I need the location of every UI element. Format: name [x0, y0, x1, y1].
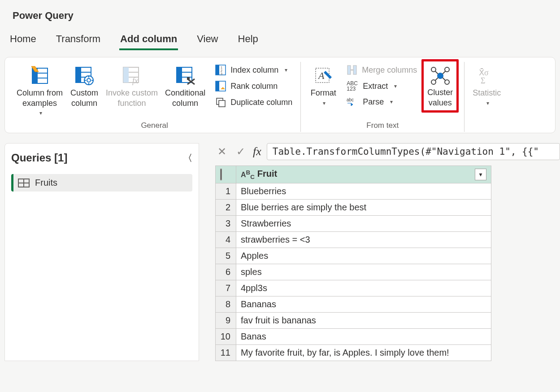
column-from-examples-button[interactable]: Column from examples ▾	[13, 62, 66, 119]
conditional-column-button[interactable]: Conditional column	[161, 62, 209, 111]
svg-line-51	[435, 78, 438, 81]
tab-help[interactable]: Help	[237, 30, 259, 50]
cell[interactable]: Bananas	[236, 296, 491, 313]
index-column-icon: 123	[215, 65, 226, 75]
from-text-small-buttons: Merge columns ABC123 Extract ▾ abc Parse…	[343, 62, 421, 109]
chevron-down-icon: ▾	[39, 110, 42, 117]
label: Merge columns	[362, 65, 417, 75]
row-number[interactable]: 8	[216, 296, 236, 313]
duplicate-column-icon	[215, 97, 226, 108]
app-title: Power Query	[0, 0, 560, 30]
statistics-button[interactable]: X̄σΣ Statistic ▾	[469, 62, 504, 109]
chevron-down-icon: ▾	[323, 100, 326, 107]
svg-line-49	[435, 71, 438, 74]
group-name-general: General	[13, 119, 296, 132]
row-number[interactable]: 3	[216, 216, 236, 232]
cell[interactable]: sples	[236, 264, 491, 280]
custom-column-button[interactable]: Custom column	[66, 62, 102, 111]
rank-column-button[interactable]: Rank column	[212, 78, 296, 94]
row-number[interactable]: 2	[216, 200, 236, 216]
merge-columns-icon	[347, 65, 357, 75]
group-name-from-text: From text	[305, 119, 460, 132]
svg-rect-21	[177, 67, 182, 83]
query-item-fruits[interactable]: Fruits	[11, 174, 192, 192]
svg-text:A: A	[317, 70, 325, 81]
collapse-queries-button[interactable]: 〈	[183, 152, 192, 164]
label: Conditional column	[165, 88, 205, 108]
general-small-buttons: 123 Index column ▾ Rank column Duplicate…	[212, 62, 296, 110]
cell[interactable]: My favorite fruit, by far, is Apples. I …	[236, 345, 491, 361]
tab-add-column[interactable]: Add column	[119, 30, 178, 50]
tab-view[interactable]: View	[196, 30, 219, 50]
svg-rect-33	[216, 81, 219, 91]
row-number[interactable]: 1	[216, 183, 236, 200]
workspace: Queries [1] 〈 Fruits ✕ ✓ fx Table.Transf…	[4, 143, 560, 361]
format-button[interactable]: A Format ▾	[305, 62, 341, 109]
svg-text:1: 1	[221, 66, 222, 69]
row-number[interactable]: 5	[216, 248, 236, 264]
table-icon	[220, 169, 222, 180]
data-grid: ABCFruit ▾ 1Blueberries 2Blue berries ar…	[215, 166, 491, 361]
svg-rect-41	[353, 65, 356, 74]
parse-button[interactable]: abc Parse ▾	[343, 94, 421, 109]
custom-column-icon	[74, 65, 95, 86]
ribbon-group-from-text: A Format ▾ Merge columns ABC123 Extract …	[301, 62, 464, 132]
duplicate-column-button[interactable]: Duplicate column	[212, 94, 296, 110]
label: Index column	[230, 65, 278, 75]
fx-icon: fx	[253, 145, 261, 158]
label: Statistic	[473, 88, 501, 98]
extract-button[interactable]: ABC123 Extract ▾	[343, 78, 421, 94]
cell[interactable]: Banas	[236, 329, 491, 345]
row-number[interactable]: 4	[216, 232, 236, 248]
column-header-fruit[interactable]: ABCFruit ▾	[236, 166, 491, 183]
extract-icon: ABC123	[347, 81, 358, 91]
label: Format	[311, 88, 336, 98]
main-pane: ✕ ✓ fx Table.TransformColumnTypes(#"Navi…	[199, 143, 560, 361]
ribbon: Column from examples ▾ Custom column fx …	[4, 57, 556, 133]
column-filter-button[interactable]: ▾	[475, 169, 486, 180]
label: Column from examples	[17, 88, 63, 108]
index-column-button[interactable]: 123 Index column ▾	[212, 62, 296, 78]
parse-icon: abc	[347, 97, 358, 107]
label: Parse	[363, 97, 384, 107]
select-all-corner[interactable]	[216, 166, 236, 183]
chevron-down-icon: ▾	[285, 67, 287, 73]
svg-line-52	[443, 78, 446, 81]
cell[interactable]: Blueberries	[236, 183, 491, 200]
svg-rect-28	[216, 65, 219, 75]
row-number[interactable]: 6	[216, 264, 236, 280]
accept-formula-button[interactable]: ✓	[234, 145, 247, 158]
svg-text:fx: fx	[132, 76, 138, 85]
formula-input[interactable]: Table.TransformColumnTypes(#"Navigation …	[267, 143, 560, 160]
merge-columns-button: Merge columns	[343, 62, 421, 78]
ribbon-group-statistics: X̄σΣ Statistic ▾	[464, 62, 509, 132]
svg-marker-39	[324, 71, 332, 79]
cell[interactable]: Apples	[236, 248, 491, 264]
cluster-values-button[interactable]: Cluster values	[421, 59, 459, 113]
cell[interactable]: Strawberries	[236, 216, 491, 232]
chevron-down-icon: ▾	[486, 100, 489, 107]
cell[interactable]: Blue berries are simply the best	[236, 200, 491, 216]
column-from-examples-icon	[30, 65, 50, 86]
tab-transform[interactable]: Transform	[55, 30, 101, 50]
statistics-icon: X̄σΣ	[478, 65, 496, 86]
queries-pane: Queries [1] 〈 Fruits	[4, 143, 199, 361]
tab-home[interactable]: Home	[9, 30, 37, 50]
ribbon-tabs: Home Transform Add column View Help	[0, 30, 560, 51]
cell[interactable]: strawberries = <3	[236, 232, 491, 248]
label: Duplicate column	[230, 98, 292, 107]
svg-text:3: 3	[221, 72, 222, 75]
row-number[interactable]: 10	[216, 329, 236, 345]
svg-text:abc: abc	[347, 97, 354, 102]
row-number[interactable]: 7	[216, 280, 236, 296]
invoke-custom-function-button: fx Invoke custom function	[102, 62, 161, 111]
row-number[interactable]: 11	[216, 345, 236, 361]
row-number[interactable]: 9	[216, 313, 236, 329]
table-icon	[18, 179, 30, 187]
cell[interactable]: 4ppl3s	[236, 280, 491, 296]
svg-rect-36	[219, 100, 225, 107]
cancel-formula-button[interactable]: ✕	[215, 145, 229, 158]
type-text-icon: ABC	[241, 171, 255, 179]
svg-rect-16	[123, 67, 129, 83]
cell[interactable]: fav fruit is bananas	[236, 313, 491, 329]
